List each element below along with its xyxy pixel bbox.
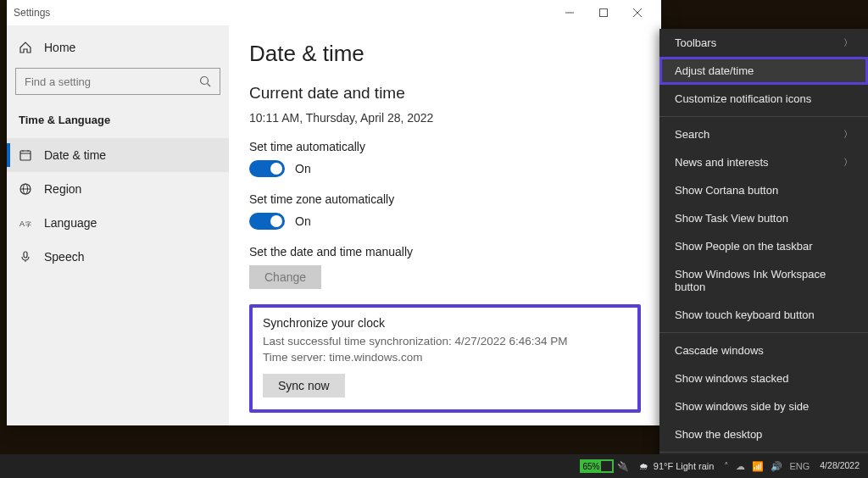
cm-toolbars[interactable]: Toolbars〉 (659, 29, 868, 57)
minimize-icon (565, 8, 574, 17)
home-label: Home (44, 41, 75, 54)
chevron-up-icon[interactable]: ˄ (724, 461, 729, 472)
search-icon (199, 75, 211, 87)
cm-customize-notifications[interactable]: Customize notification icons (659, 85, 868, 113)
svg-text:字: 字 (25, 221, 31, 227)
auto-tz-state: On (295, 214, 311, 228)
taskbar: 65% 🔌 🌧 91°F Light rain ˄ ☁ 📶 🔊 ENG 4/28… (0, 454, 868, 478)
lang-indicator[interactable]: ENG (789, 461, 810, 472)
svg-text:A: A (19, 220, 25, 228)
svg-rect-1 (600, 9, 608, 17)
page-heading: Date & time (249, 41, 641, 67)
separator (659, 116, 868, 117)
cm-cortana[interactable]: Show Cortana button (659, 176, 868, 204)
separator (659, 452, 868, 453)
titlebar: Settings (7, 0, 661, 25)
chevron-right-icon: 〉 (843, 128, 853, 141)
clock-icon (19, 148, 32, 162)
home-icon (19, 41, 32, 54)
cm-stacked[interactable]: Show windows stacked (659, 364, 868, 392)
home-link[interactable]: Home (7, 32, 229, 63)
svg-point-4 (201, 77, 209, 85)
cm-cascade[interactable]: Cascade windows (659, 336, 868, 364)
current-datetime-value: 10:11 AM, Thursday, April 28, 2022 (249, 111, 641, 125)
auto-time-state: On (295, 162, 311, 175)
cm-sidebyside[interactable]: Show windows side by side (659, 392, 868, 420)
sidebar-item-date-time[interactable]: Date & time (7, 138, 229, 172)
microphone-icon (19, 250, 32, 264)
content-pane: Date & time Current date and time 10:11 … (229, 25, 661, 425)
sync-server: Time server: time.windows.com (263, 351, 627, 364)
weather-widget[interactable]: 🌧 91°F Light rain (639, 461, 715, 471)
sidebar-item-label: Speech (44, 250, 84, 264)
cm-taskview[interactable]: Show Task View button (659, 204, 868, 232)
svg-rect-15 (24, 252, 27, 258)
taskbar-context-menu: Toolbars〉 Adjust date/time Customize not… (659, 29, 868, 478)
globe-icon (19, 182, 32, 196)
sidebar-item-speech[interactable]: Speech (7, 240, 229, 274)
svg-rect-6 (20, 151, 31, 160)
search-input[interactable] (25, 75, 199, 88)
plug-icon: 🔌 (617, 461, 629, 472)
sync-last: Last successful time synchronization: 4/… (263, 335, 627, 347)
current-datetime-heading: Current date and time (249, 84, 641, 103)
battery-indicator[interactable]: 65% 🔌 (580, 459, 629, 473)
sync-now-button[interactable]: Sync now (263, 374, 345, 397)
onedrive-icon[interactable]: ☁ (736, 461, 745, 472)
cm-search[interactable]: Search〉 (659, 120, 868, 148)
wifi-icon[interactable]: 📶 (752, 461, 764, 472)
separator (659, 332, 868, 333)
auto-tz-toggle[interactable] (249, 213, 285, 230)
chevron-right-icon: 〉 (843, 36, 853, 49)
search-box[interactable] (15, 68, 220, 95)
maximize-icon (599, 8, 608, 17)
minimize-button[interactable] (553, 1, 587, 25)
cm-people[interactable]: Show People on the taskbar (659, 232, 868, 260)
cm-ink[interactable]: Show Windows Ink Workspace button (659, 260, 868, 301)
sidebar-item-label: Language (44, 216, 97, 230)
close-icon (633, 8, 642, 17)
volume-icon[interactable]: 🔊 (771, 461, 782, 472)
auto-time-label: Set time automatically (249, 140, 641, 153)
tray-datetime[interactable]: 4/28/2022 (820, 461, 860, 471)
auto-time-toggle[interactable] (249, 160, 285, 177)
maximize-button[interactable] (587, 1, 620, 25)
sync-clock-section: Synchronize your clock Last successful t… (249, 304, 641, 413)
weather-icon: 🌧 (639, 461, 648, 471)
svg-line-5 (208, 84, 211, 87)
manual-label: Set the date and time manually (249, 245, 641, 258)
window-title: Settings (14, 7, 553, 19)
sidebar: Home Time & Language Date & time Region (7, 25, 229, 425)
sidebar-item-language[interactable]: A字 Language (7, 206, 229, 240)
auto-tz-label: Set time zone automatically (249, 192, 641, 206)
sidebar-item-region[interactable]: Region (7, 172, 229, 206)
cm-adjust-datetime[interactable]: Adjust date/time (659, 57, 868, 85)
settings-window: Settings Home Time & Languag (7, 0, 661, 425)
tray-icons[interactable]: ˄ ☁ 📶 🔊 ENG (724, 461, 810, 472)
cm-show-desktop[interactable]: Show the desktop (659, 420, 868, 448)
close-button[interactable] (620, 1, 654, 25)
language-icon: A字 (19, 216, 32, 230)
sync-title: Synchronize your clock (263, 316, 627, 330)
cm-touch-keyboard[interactable]: Show touch keyboard button (659, 301, 868, 329)
section-label: Time & Language (7, 105, 229, 138)
sidebar-item-label: Date & time (44, 148, 106, 162)
sidebar-item-label: Region (44, 182, 81, 196)
cm-news-interests[interactable]: News and interests〉 (659, 148, 868, 176)
change-button[interactable]: Change (249, 265, 321, 289)
chevron-right-icon: 〉 (843, 156, 853, 169)
